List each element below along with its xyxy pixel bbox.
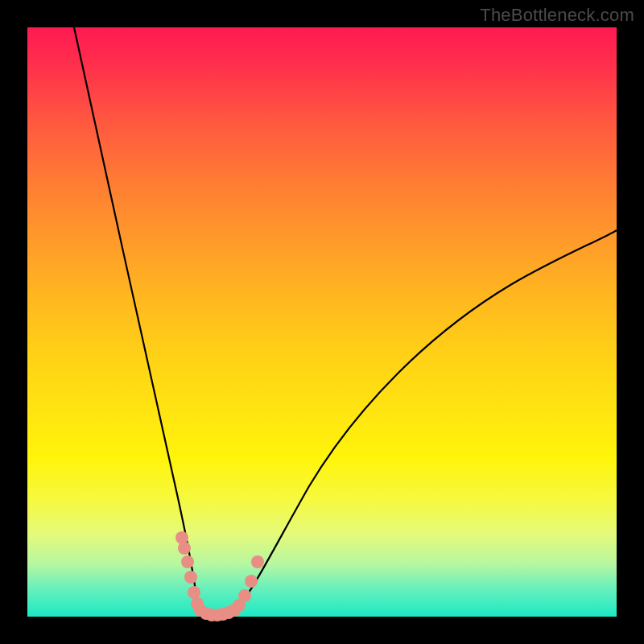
curve-right-branch: [237, 230, 617, 609]
chart-svg: [27, 27, 617, 617]
curve-left-branch: [74, 27, 201, 612]
marker-dot: [188, 586, 200, 599]
marker-dot: [181, 555, 194, 568]
marker-dot: [238, 589, 251, 602]
watermark-text: TheBottleneck.com: [480, 5, 634, 26]
marker-dot: [184, 571, 197, 584]
marker-dot: [178, 542, 191, 555]
marker-dot: [245, 575, 258, 588]
marker-dot: [251, 555, 264, 568]
